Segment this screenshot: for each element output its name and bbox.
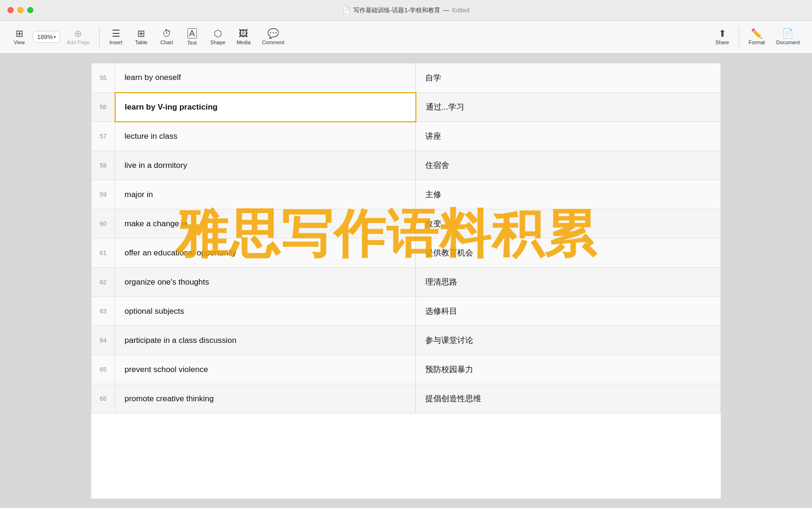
add-page-button[interactable]: ⊕ Add Page [62,27,94,47]
text-button[interactable]: A Text [180,26,204,48]
en-phrase[interactable]: organize one's thoughts [115,268,416,297]
zh-translation: 住宿舍 [416,151,721,180]
en-phrase[interactable]: major in [115,180,416,209]
format-label: Format [749,40,765,45]
zh-translation: 选修科目 [416,297,721,326]
zh-translation: 自学 [416,64,721,93]
document-icon: 📄 [343,7,351,14]
row-number: 56 [92,93,115,122]
view-button[interactable]: ⊞ View [8,27,31,47]
en-phrase[interactable]: participate in a class discussion [115,326,416,355]
share-icon: ⬆ [718,29,726,38]
title-edited-status: Edited [452,7,469,14]
row-number: 65 [92,355,115,384]
comment-label: Comment [262,40,284,45]
share-button[interactable]: ⬆ Share [710,27,734,47]
insert-label: Insert [109,40,123,45]
title-separator: — [443,7,449,14]
row-number: 60 [92,209,115,238]
en-phrase[interactable]: learn by oneself [115,64,416,93]
window-title: 📄 写作基础训练-话题1-学校和教育 — Edited [343,6,469,15]
zoom-chevron-icon: ▾ [54,34,56,40]
maximize-button[interactable] [27,7,33,13]
toolbar-divider-1 [99,27,100,48]
row-number: 59 [92,180,115,209]
table-icon: ⊞ [137,29,145,38]
row-number: 55 [92,64,115,93]
zh-translation: 预防校园暴力 [416,355,721,384]
en-phrase[interactable]: live in a dormitory [115,151,416,180]
media-button[interactable]: 🖼 Media [232,27,255,47]
text-label: Text [187,40,196,46]
main-area: 55learn by oneself自学56learn by V-ing pra… [0,54,812,508]
row-number: 62 [92,268,115,297]
media-label: Media [236,40,250,45]
view-label: View [14,40,25,45]
zh-translation: 提供教育机会 [416,238,721,268]
chart-button[interactable]: ⏱ Chart [155,27,179,47]
row-number: 58 [92,151,115,180]
en-phrase[interactable]: offer an educational opportunity [115,238,416,268]
en-phrase[interactable]: prevent school violence [115,355,416,384]
row-number: 64 [92,326,115,355]
en-phrase[interactable]: promote creative thinking [115,384,416,413]
zh-translation: 提倡创造性思维 [416,384,721,413]
minimize-button[interactable] [17,7,23,13]
zh-translation: 改变... [416,209,721,238]
text-icon: A [187,28,197,39]
shape-button[interactable]: ⬡ Shape [206,27,230,47]
shape-icon: ⬡ [214,29,222,38]
row-number: 61 [92,238,115,268]
document-icon-toolbar: 📄 [782,29,794,38]
chart-icon: ⏱ [162,29,172,38]
vocab-table: 55learn by oneself自学56learn by V-ing pra… [91,63,721,413]
titlebar: 📄 写作基础训练-话题1-学校和教育 — Edited [0,0,812,21]
media-icon: 🖼 [239,29,248,38]
add-page-label: Add Page [67,40,89,45]
en-phrase[interactable]: optional subjects [115,297,416,326]
window-controls [8,7,33,13]
comment-button[interactable]: 💬 Comment [257,27,289,47]
view-icon: ⊞ [16,29,23,38]
zh-translation: 主修 [416,180,721,209]
en-phrase[interactable]: learn by V-ing practicing [115,93,416,122]
document-label: Document [776,40,800,45]
comment-icon: 💬 [267,29,279,38]
row-number: 66 [92,384,115,413]
table-button[interactable]: ⊞ Table [130,27,153,47]
title-text: 写作基础训练-话题1-学校和教育 [353,6,440,15]
document-button[interactable]: 📄 Document [772,27,804,47]
add-page-icon: ⊕ [74,29,82,38]
insert-button[interactable]: ☰ Insert [104,27,128,47]
share-label: Share [715,40,729,45]
zh-translation: 理清思路 [416,268,721,297]
document: 55learn by oneself自学56learn by V-ing pra… [91,63,721,499]
format-button[interactable]: ✏️ Format [744,27,770,47]
zh-translation: 通过...学习 [416,93,721,122]
format-icon: ✏️ [751,29,763,38]
toolbar-divider-2 [739,27,739,48]
en-phrase[interactable]: make a change in [115,209,416,238]
insert-icon: ☰ [112,29,120,38]
zh-translation: 参与课堂讨论 [416,326,721,355]
table-label: Table [135,40,147,45]
zh-translation: 讲座 [416,122,721,151]
shape-label: Shape [211,40,226,45]
en-phrase[interactable]: lecture in class [115,122,416,151]
row-number: 57 [92,122,115,151]
zoom-control[interactable]: 189% ▾ [33,31,60,43]
toolbar: ⊞ View 189% ▾ ⊕ Add Page ☰ Insert ⊞ Tabl… [0,21,812,54]
row-number: 63 [92,297,115,326]
zoom-value: 189% [37,33,53,40]
close-button[interactable] [8,7,14,13]
chart-label: Chart [160,40,173,45]
